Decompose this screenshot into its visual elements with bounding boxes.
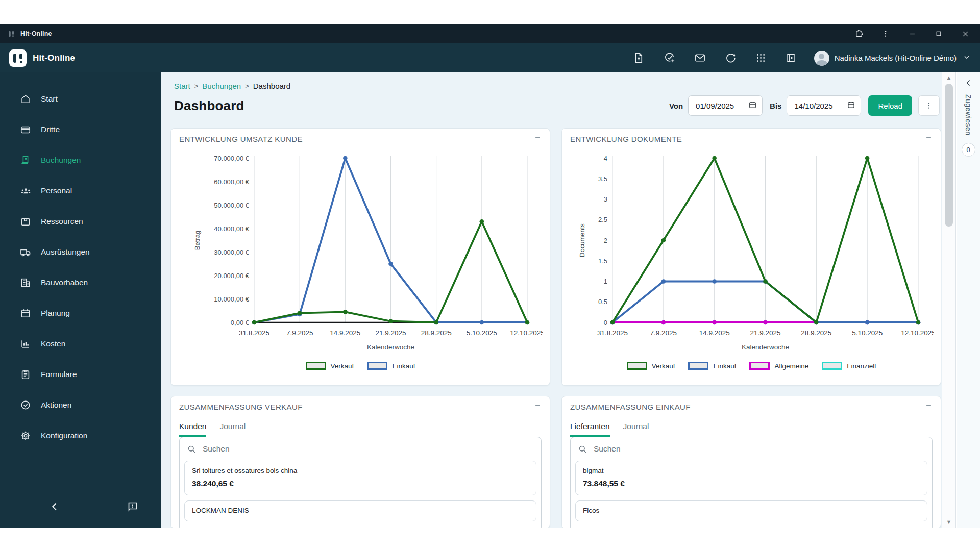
svg-text:31.8.2025: 31.8.2025	[597, 329, 628, 337]
svg-text:3.5: 3.5	[598, 175, 607, 183]
sidebar-item-label: Start	[41, 94, 58, 104]
add-task-icon[interactable]	[664, 52, 675, 64]
sidebar-item-label: Konfiguration	[41, 431, 87, 440]
collapse-sidebar-button[interactable]	[49, 501, 60, 514]
svg-text:Documents: Documents	[578, 223, 586, 257]
list-item[interactable]: Ficos	[575, 500, 927, 521]
bis-label: Bis	[770, 102, 781, 110]
sidebar-item-label: Kosten	[41, 339, 65, 348]
more-options-button[interactable]	[918, 95, 940, 116]
search-input[interactable]	[203, 444, 534, 454]
browser-menu-icon[interactable]	[878, 26, 893, 41]
maximize-button[interactable]	[931, 26, 946, 41]
vertical-scrollbar[interactable]: ▲ ▼	[942, 72, 956, 528]
dokumente-line-chart: 00.511.522.533.5431.8.20257.9.202514.9.2…	[570, 149, 934, 355]
legend-item[interactable]: Einkauf	[367, 362, 415, 370]
sync-icon[interactable]	[725, 52, 737, 64]
summary-einkauf-panel: ZUSAMMENFASSUNG EINKAUF LieferantenJourn…	[561, 396, 941, 528]
tab-lieferanten[interactable]: Lieferanten	[570, 422, 610, 437]
list-item[interactable]: LOCKMAN DENIS	[184, 500, 536, 521]
chart-title: ENTWICKLUNG DOKUMENTE	[570, 135, 682, 143]
svg-text:60.000,00 €: 60.000,00 €	[214, 178, 249, 186]
svg-text:7.9.2025: 7.9.2025	[286, 329, 313, 337]
panel-list-container: bigmat73.848,55 €Ficos	[570, 437, 933, 528]
svg-text:40.000,00 €: 40.000,00 €	[214, 225, 249, 233]
calendar-icon[interactable]	[847, 101, 855, 111]
legend-item[interactable]: Allgemeine	[749, 362, 808, 370]
von-date-field[interactable]	[688, 95, 763, 116]
sidebar-item-personal[interactable]: Personal	[0, 176, 161, 206]
minimize-button[interactable]	[904, 26, 920, 41]
scroll-up-arrow[interactable]: ▲	[942, 74, 955, 81]
collapse-card-button[interactable]	[534, 134, 542, 143]
collapse-card-button[interactable]	[925, 134, 933, 143]
chevron-down-icon	[963, 53, 971, 63]
sidebar-item-aktionen[interactable]: Aktionen	[0, 390, 161, 420]
video-tutorials-icon[interactable]	[785, 52, 797, 64]
legend-item[interactable]: Einkauf	[688, 362, 736, 370]
tab-kunden[interactable]: Kunden	[179, 422, 206, 437]
sidebar-item-kosten[interactable]: Kosten	[0, 329, 161, 359]
legend-item[interactable]: Verkauf	[627, 362, 675, 370]
search-field[interactable]	[571, 437, 932, 461]
tab-journal[interactable]: Journal	[623, 422, 649, 437]
sidebar-item-start[interactable]: Start	[0, 84, 161, 114]
legend-item[interactable]: Finanziell	[822, 362, 876, 370]
svg-text:21.9.2025: 21.9.2025	[375, 329, 406, 337]
apps-grid-icon[interactable]	[755, 53, 766, 63]
legend-label: Einkauf	[392, 362, 415, 370]
breadcrumb: Start>Buchungen>Dashboard	[174, 82, 942, 90]
close-button[interactable]	[958, 26, 973, 41]
legend-label: Finanziell	[847, 362, 876, 370]
sidebar-item-ausr-stungen[interactable]: Ausrüstungen	[0, 237, 161, 267]
sidebar-item-konfiguration[interactable]: Konfiguration	[0, 420, 161, 451]
umsatz-kunde-line-chart: 0,00 €10.000,00 €20.000,00 €30.000,00 €4…	[179, 149, 543, 355]
calendar-icon[interactable]	[748, 101, 757, 111]
panel-tabs: KundenJournal	[179, 422, 542, 437]
search-input[interactable]	[594, 444, 925, 454]
legend-swatch	[822, 362, 842, 370]
checkcircle-icon	[19, 399, 32, 411]
legend-item[interactable]: Verkauf	[306, 362, 354, 370]
scrollbar-thumb[interactable]	[945, 84, 953, 227]
item-amount: 73.848,55 €	[583, 479, 920, 488]
assigned-label: Zugewiesen	[964, 94, 972, 136]
sidebar-item-formulare[interactable]: Formulare	[0, 359, 161, 390]
legend-swatch	[306, 362, 326, 370]
sidebar-item-label: Dritte	[41, 125, 60, 134]
user-menu[interactable]: Nadinka Mackels (Hit-Online Démo)	[814, 51, 971, 66]
search-field[interactable]	[180, 437, 541, 461]
sidebar-item-bauvorhaben[interactable]: Bauvorhaben	[0, 267, 161, 298]
collapse-card-button[interactable]	[534, 402, 542, 411]
sidebar-item-planung[interactable]: Planung	[0, 298, 161, 329]
svg-text:14.9.2025: 14.9.2025	[699, 329, 730, 337]
bis-date-field[interactable]	[787, 95, 861, 116]
von-date-input[interactable]	[696, 102, 746, 110]
assigned-count-badge[interactable]: 0	[962, 143, 975, 157]
bis-date-input[interactable]	[794, 102, 845, 110]
list-item[interactable]: bigmat73.848,55 €	[575, 461, 927, 495]
feedback-icon[interactable]	[127, 500, 139, 515]
collapse-card-button[interactable]	[925, 402, 933, 411]
tab-journal[interactable]: Journal	[219, 422, 246, 437]
new-document-icon[interactable]	[633, 52, 645, 64]
extension-icon[interactable]	[851, 26, 867, 41]
svg-text:30.000,00 €: 30.000,00 €	[214, 248, 249, 256]
svg-text:70.000,00 €: 70.000,00 €	[214, 155, 249, 162]
sidebar-item-buchungen[interactable]: Buchungen	[0, 145, 161, 176]
scroll-down-arrow[interactable]: ▼	[942, 519, 955, 525]
breadcrumb-item[interactable]: Buchungen	[202, 82, 241, 90]
chart-card-umsatz-kunde: ENTWICKLUNG UMSATZ KUNDE 0,00 €10.000,00…	[170, 128, 550, 386]
reload-button[interactable]: Reload	[868, 95, 912, 116]
building-icon	[19, 277, 32, 289]
expand-panel-icon[interactable]	[964, 79, 973, 89]
breadcrumb-item[interactable]: Start	[174, 82, 190, 90]
sidebar-item-ressourcen[interactable]: Ressourcen	[0, 206, 161, 237]
sidebar-item-dritte[interactable]: Dritte	[0, 114, 161, 145]
list-item[interactable]: Srl toitures et ossatures bois china38.2…	[184, 461, 536, 495]
sidebar-item-label: Personal	[41, 186, 72, 195]
mail-icon[interactable]	[694, 52, 706, 64]
assigned-side-panel: Zugewiesen 0	[957, 72, 980, 528]
svg-text:2.5: 2.5	[598, 216, 607, 223]
svg-text:50.000,00 €: 50.000,00 €	[214, 202, 249, 209]
